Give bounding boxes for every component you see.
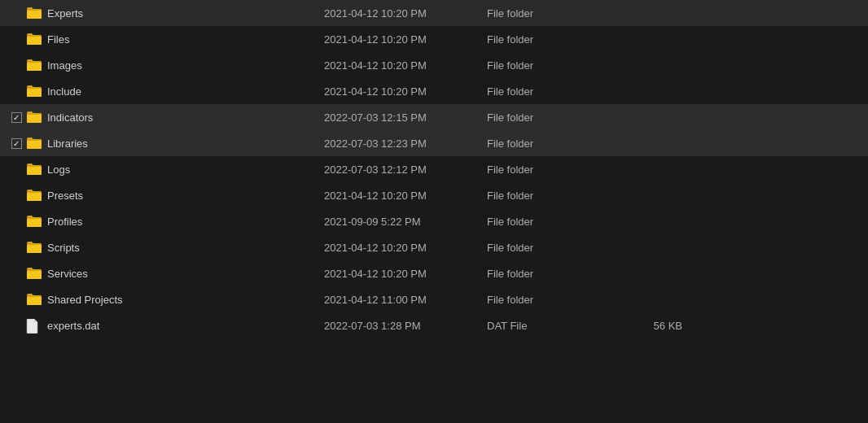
file-type: File folder: [487, 7, 617, 20]
file-date: 2021-04-12 10:20 PM: [324, 59, 487, 72]
file-date: 2022-07-03 12:12 PM: [324, 164, 487, 176]
folder-icon: [26, 33, 42, 46]
file-list: Experts2021-04-12 10:20 PMFile folder Fi…: [0, 0, 868, 338]
folder-icon: [26, 163, 42, 176]
file-name: Experts: [47, 7, 324, 20]
folder-icon: [26, 111, 42, 124]
file-type: File folder: [487, 268, 617, 280]
file-date: 2021-04-12 10:20 PM: [324, 242, 487, 254]
table-row[interactable]: Shared Projects2021-04-12 11:00 PMFile f…: [0, 286, 868, 312]
file-type: File folder: [487, 242, 617, 254]
file-date: 2022-07-03 1:28 PM: [324, 320, 487, 332]
file-date: 2021-04-12 10:20 PM: [324, 190, 487, 202]
table-row[interactable]: Profiles2021-09-09 5:22 PMFile folder: [0, 208, 868, 234]
table-row[interactable]: Logs2022-07-03 12:12 PMFile folder: [0, 156, 868, 182]
file-name: Profiles: [47, 216, 324, 228]
file-name: Shared Projects: [47, 294, 324, 306]
file-name: Include: [47, 85, 324, 98]
file-type: DAT File: [487, 320, 617, 332]
table-row[interactable]: Scripts2021-04-12 10:20 PMFile folder: [0, 234, 868, 260]
table-row[interactable]: experts.dat2022-07-03 1:28 PMDAT File56 …: [0, 312, 868, 338]
folder-icon: [26, 293, 42, 306]
file-type: File folder: [487, 33, 617, 46]
file-name: Indicators: [47, 111, 324, 124]
file-date: 2021-04-12 10:20 PM: [324, 33, 487, 46]
file-name: Services: [47, 268, 324, 280]
file-name: Libraries: [47, 137, 324, 150]
checkbox-area: [7, 112, 26, 123]
table-row[interactable]: Include2021-04-12 10:20 PMFile folder: [0, 78, 868, 104]
folder-icon: [26, 241, 42, 254]
folder-icon: [26, 137, 42, 150]
file-type: File folder: [487, 85, 617, 98]
table-row[interactable]: Experts2021-04-12 10:20 PMFile folder: [0, 0, 868, 26]
checkbox-area: [7, 138, 26, 149]
file-name: Files: [47, 33, 324, 46]
file-type: File folder: [487, 137, 617, 150]
file-date: 2022-07-03 12:15 PM: [324, 111, 487, 124]
file-date: 2021-04-12 10:20 PM: [324, 268, 487, 280]
table-row[interactable]: Services2021-04-12 10:20 PMFile folder: [0, 260, 868, 286]
file-date: 2021-04-12 11:00 PM: [324, 294, 487, 306]
folder-icon: [26, 7, 42, 20]
folder-icon: [26, 215, 42, 228]
table-row[interactable]: Files2021-04-12 10:20 PMFile folder: [0, 26, 868, 52]
file-date: 2021-04-12 10:20 PM: [324, 85, 487, 98]
folder-icon: [26, 267, 42, 280]
table-row[interactable]: Images2021-04-12 10:20 PMFile folder: [0, 52, 868, 78]
file-date: 2022-07-03 12:23 PM: [324, 137, 487, 150]
file-date: 2021-09-09 5:22 PM: [324, 216, 487, 228]
file-icon: [26, 319, 42, 332]
folder-icon: [26, 189, 42, 202]
checkbox[interactable]: [11, 138, 22, 149]
file-size: 56 KB: [617, 320, 682, 332]
file-name: Logs: [47, 164, 324, 176]
file-name: Images: [47, 59, 324, 72]
checkbox[interactable]: [11, 112, 22, 123]
file-name: Presets: [47, 190, 324, 202]
file-date: 2021-04-12 10:20 PM: [324, 7, 487, 20]
file-name: Scripts: [47, 242, 324, 254]
file-type: File folder: [487, 164, 617, 176]
file-type: File folder: [487, 59, 617, 72]
file-name: experts.dat: [47, 320, 324, 332]
table-row[interactable]: Presets2021-04-12 10:20 PMFile folder: [0, 182, 868, 208]
file-type: File folder: [487, 190, 617, 202]
file-type: File folder: [487, 294, 617, 306]
folder-icon: [26, 85, 42, 98]
file-type: File folder: [487, 216, 617, 228]
table-row[interactable]: Indicators2022-07-03 12:15 PMFile folder: [0, 104, 868, 130]
file-type: File folder: [487, 111, 617, 124]
folder-icon: [26, 59, 42, 72]
table-row[interactable]: Libraries2022-07-03 12:23 PMFile folder: [0, 130, 868, 156]
